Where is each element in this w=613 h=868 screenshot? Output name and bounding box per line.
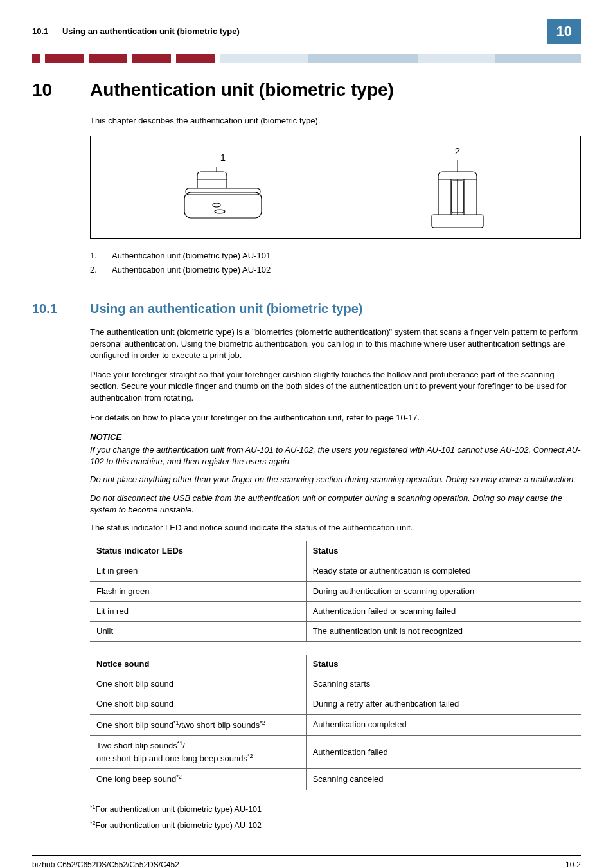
section-heading: 10.1Using an authentication unit (biomet… — [32, 300, 581, 318]
table-header: Status — [306, 655, 581, 674]
table-cell: One short blip sound — [90, 674, 306, 694]
callout-2: 2 — [422, 144, 493, 158]
chapter-number: 10 — [32, 77, 90, 102]
table-cell: Two short blip sounds*1/one short blip a… — [90, 736, 306, 769]
superscript-marker: *1 — [173, 719, 179, 726]
au101-illustration-icon — [178, 167, 268, 224]
footnote-marker: *2 — [90, 820, 96, 826]
table-row: Two short blip sounds*1/one short blip a… — [90, 736, 581, 769]
callout-1: 1 — [178, 150, 268, 164]
table-row: One short blip soundScanning starts — [90, 674, 581, 694]
paragraph: Place your forefinger straight so that y… — [90, 369, 581, 404]
figure-item-2: 2 — [422, 144, 493, 231]
table-cell: Ready state or authentication is complet… — [306, 561, 581, 581]
notice-sound-table: Notice sound Status One short blip sound… — [90, 655, 581, 790]
table-cell: During authentication or scanning operat… — [306, 581, 581, 601]
legend-text: Authentication unit (biometric type) AU-… — [112, 264, 271, 276]
figure-container: 1 2 — [90, 136, 581, 239]
table-cell: Lit in red — [90, 601, 306, 621]
legend-number: 2. — [90, 264, 112, 276]
svg-rect-5 — [432, 215, 483, 228]
paragraph: The status indicator LED and notice soun… — [90, 522, 581, 534]
table-header: Status indicator LEDs — [90, 541, 306, 561]
table-row: One short blip sound*1/two short blip so… — [90, 714, 581, 736]
notice-paragraph: Do not place anything other than your fi… — [90, 474, 581, 485]
table-cell: Unlit — [90, 621, 306, 641]
table-cell: One long beep sound*2 — [90, 769, 306, 790]
paragraph: The authentication unit (biometric type)… — [90, 327, 581, 362]
table-header: Notice sound — [90, 655, 306, 674]
svg-rect-1 — [186, 188, 260, 195]
svg-point-3 — [215, 210, 225, 213]
footer-page-number: 10-2 — [565, 860, 581, 868]
chapter-intro: This chapter describes the authenticatio… — [90, 115, 581, 127]
legend-row: 1. Authentication unit (biometric type) … — [90, 250, 581, 262]
section-title: Using an authentication unit (biometric … — [90, 302, 362, 316]
page-footer: bizhub C652/C652DS/C552/C552DS/C452 10-2 — [32, 855, 581, 868]
figure-item-1: 1 — [178, 150, 268, 224]
table-cell: Authentication failed — [306, 736, 581, 769]
svg-rect-0 — [184, 192, 262, 218]
table-cell: The authentication unit is not recognize… — [306, 621, 581, 641]
table-row: Lit in redAuthentication failed or scann… — [90, 601, 581, 621]
table-cell: One short blip sound*1/two short blip so… — [90, 714, 306, 736]
superscript-marker: *2 — [260, 719, 265, 726]
svg-point-2 — [213, 203, 220, 207]
legend-text: Authentication unit (biometric type) AU-… — [112, 250, 271, 262]
superscript-marker: *2 — [176, 773, 182, 780]
table-cell: During a retry after authentication fail… — [306, 694, 581, 714]
legend-row: 2. Authentication unit (biometric type) … — [90, 264, 581, 276]
footnote: *1For authentication unit (biometric typ… — [90, 803, 581, 816]
table-cell: Scanning starts — [306, 674, 581, 694]
table-row: UnlitThe authentication unit is not reco… — [90, 621, 581, 641]
header-section-title: Using an authentication unit (biometric … — [62, 26, 240, 36]
header-breadcrumb: 10.1 Using an authentication unit (biome… — [32, 26, 547, 37]
superscript-marker: *2 — [247, 753, 253, 759]
table-row: Lit in greenReady state or authenticatio… — [90, 561, 581, 581]
table-cell: Scanning canceled — [306, 769, 581, 790]
notice-paragraph: Do not disconnect the USB cable from the… — [90, 493, 581, 516]
section-number: 10.1 — [32, 300, 90, 318]
page-header: 10.1 Using an authentication unit (biome… — [32, 19, 581, 46]
decorative-bar — [32, 54, 581, 63]
table-cell: Authentication failed or scanning failed — [306, 601, 581, 621]
table-row: One short blip soundDuring a retry after… — [90, 694, 581, 714]
footnote-text: For authentication unit (biometric type)… — [96, 805, 262, 814]
table-header: Status — [306, 541, 581, 561]
paragraph: For details on how to place your forefin… — [90, 412, 581, 424]
au102-illustration-icon — [422, 160, 493, 231]
footnote-marker: *1 — [90, 804, 96, 810]
table-row: Flash in greenDuring authentication or s… — [90, 581, 581, 601]
table-row: One long beep sound*2Scanning canceled — [90, 769, 581, 790]
superscript-marker: *1 — [177, 740, 183, 746]
header-section-number: 10.1 — [32, 26, 48, 36]
table-cell: One short blip sound — [90, 694, 306, 714]
table-cell: Lit in green — [90, 561, 306, 581]
status-led-table: Status indicator LEDs Status Lit in gree… — [90, 541, 581, 642]
chapter-tab: 10 — [547, 19, 581, 44]
notice-heading: NOTICE — [90, 431, 581, 443]
footnote-text: For authentication unit (biometric type)… — [96, 822, 262, 831]
table-cell: Authentication completed — [306, 714, 581, 736]
footer-model: bizhub C652/C652DS/C552/C552DS/C452 — [32, 860, 179, 868]
notice-paragraph: If you change the authentication unit fr… — [90, 444, 581, 467]
legend-number: 1. — [90, 250, 112, 262]
figure-legend: 1. Authentication unit (biometric type) … — [90, 250, 581, 276]
chapter-heading: 10Authentication unit (biometric type) — [32, 77, 581, 102]
footnote: *2For authentication unit (biometric typ… — [90, 819, 581, 832]
chapter-title: Authentication unit (biometric type) — [90, 80, 394, 100]
table-cell: Flash in green — [90, 581, 306, 601]
